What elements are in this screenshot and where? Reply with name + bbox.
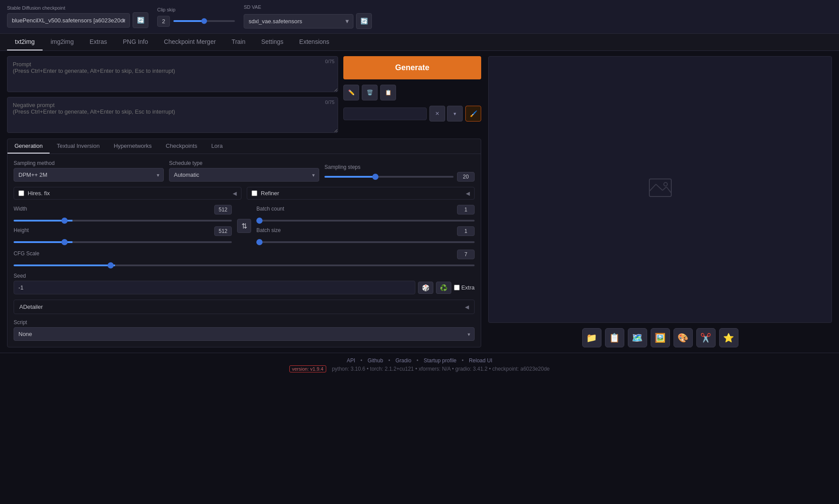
hires-fix-collapse[interactable]: ◀ [233, 190, 237, 197]
footer-reload-link[interactable]: Reload UI [469, 357, 492, 364]
batch-field: Batch count 1 Batch size 1 [256, 205, 475, 244]
batch-count-slider[interactable] [256, 220, 475, 222]
svg-line-4 [666, 187, 671, 193]
extra-label: Extra [461, 284, 475, 291]
footer-sep2: • [389, 357, 390, 364]
script-label: Script [14, 319, 475, 325]
style-clear-btn[interactable]: ✕ [429, 106, 445, 122]
trash-icon-btn[interactable]: 🗑️ [362, 85, 378, 100]
hires-fix-label: Hires. fix [28, 190, 50, 197]
seed-label: Seed [14, 273, 475, 279]
script-select[interactable]: None [14, 327, 475, 341]
tab-txt2img[interactable]: txt2img [7, 34, 43, 50]
style-input[interactable] [343, 107, 427, 120]
clip-skip-label: Clip skip [157, 7, 235, 12]
width-field: Width 512 Height 512 [14, 205, 232, 244]
tool-map-btn[interactable]: 🗺️ [628, 328, 647, 347]
clip-skip-row: 2 [157, 16, 235, 27]
refiner-collapse[interactable]: ◀ [466, 190, 470, 197]
gen-tab-checkpoints[interactable]: Checkpoints [159, 139, 205, 154]
checkpoint-label: Stable Diffusion checkpoint [7, 5, 148, 11]
extra-check[interactable] [454, 285, 460, 290]
paste-icon-btn[interactable]: 📋 [380, 85, 396, 100]
footer-gradio-link[interactable]: Gradio [396, 357, 411, 364]
sampling-method-select[interactable]: DPM++ 2M [14, 168, 164, 182]
prompt-input[interactable] [7, 56, 338, 92]
width-slider[interactable] [14, 220, 232, 222]
checkpoint-dropdown[interactable]: bluePencilXL_v500.safetensors [a6023e20d… [7, 13, 130, 28]
negative-prompt-input[interactable] [7, 97, 338, 133]
footer-system-info: python: 3.10.6 • torch: 2.1.2+cu121 • xf… [332, 366, 550, 372]
seed-input[interactable]: -1 [14, 281, 415, 294]
tab-train[interactable]: Train [224, 34, 253, 50]
gen-tabs-container: Generation Textual Inversion Hypernetwor… [7, 139, 481, 347]
style-dropdown-btn[interactable]: ▼ [447, 106, 463, 122]
tab-checkpoint-merger[interactable]: Checkpoint Merger [156, 34, 223, 50]
tool-palette-btn[interactable]: 🎨 [673, 328, 693, 347]
footer-github-link[interactable]: Github [367, 357, 383, 364]
footer-links: API • Github • Gradio • Startup profile … [7, 357, 832, 364]
seed-dice-btn[interactable]: 🎲 [418, 282, 433, 294]
extra-checkbox: Extra [454, 284, 475, 291]
edit-icon-btn[interactable]: ✏️ [343, 85, 359, 100]
schedule-type-select[interactable]: Automatic [169, 168, 319, 182]
seed-recycle-btn[interactable]: ♻️ [436, 282, 451, 294]
width-label: Width [14, 206, 27, 212]
swap-dimensions-btn[interactable]: ⇅ [237, 219, 251, 233]
vae-refresh-btn[interactable]: 🔄 [356, 13, 372, 29]
tool-folder-btn[interactable]: 📁 [582, 328, 601, 347]
cfg-scale-slider[interactable] [14, 265, 475, 266]
tab-img2img[interactable]: img2img [43, 34, 82, 50]
adetailer-collapse[interactable]: ◀ [465, 304, 469, 310]
svg-line-2 [656, 184, 663, 190]
sampling-method-label: Sampling method [14, 160, 164, 166]
script-field: Script None ▼ [14, 319, 475, 341]
tab-settings[interactable]: Settings [253, 34, 292, 50]
vae-dropdown[interactable]: sdxl_vae.safetensors [244, 14, 353, 29]
tool-image-btn[interactable]: 🖼️ [651, 328, 670, 347]
image-output-area [488, 56, 832, 323]
batch-count-label: Batch count [256, 206, 284, 212]
refiner-section: Refiner ◀ [247, 187, 475, 200]
style-brush-btn[interactable]: 🖌️ [465, 106, 481, 122]
generate-button[interactable]: Generate [343, 56, 481, 79]
batch-size-value: 1 [457, 226, 475, 236]
tool-scissors-btn[interactable]: ✂️ [696, 328, 716, 347]
sd-vae-label: SD VAE [244, 4, 372, 10]
hires-fix-checkbox[interactable] [18, 190, 24, 196]
checkpoint-refresh-btn[interactable]: 🔄 [133, 12, 148, 28]
sampling-method-field: Sampling method DPM++ 2M ▼ [14, 160, 164, 182]
gen-tab-hypernetworks[interactable]: Hypernetworks [107, 139, 159, 154]
image-tools-row: 📁 📋 🗺️ 🖼️ 🎨 ✂️ ⭐ [488, 328, 832, 347]
image-placeholder-icon [647, 175, 673, 205]
footer-startup-link[interactable]: Startup profile [424, 357, 457, 364]
batch-size-label: Batch size [256, 227, 281, 233]
sampling-steps-field: Sampling steps 20 [324, 164, 475, 182]
footer-version: version: v1.9.4 [289, 365, 326, 372]
sampling-steps-label: Sampling steps [324, 164, 475, 170]
batch-size-slider[interactable] [256, 241, 475, 243]
gen-tab-textual-inversion[interactable]: Textual Inversion [50, 139, 107, 154]
gen-tab-lora[interactable]: Lora [204, 139, 230, 154]
footer-api-link[interactable]: API [347, 357, 355, 364]
checkpoint-section: Stable Diffusion checkpoint bluePencilXL… [7, 5, 148, 28]
tool-copy-btn[interactable]: 📋 [605, 328, 624, 347]
style-select-row: ✕ ▼ 🖌️ [343, 106, 481, 122]
checkpoint-select: bluePencilXL_v500.safetensors [a6023e20d… [7, 12, 148, 28]
tab-extras[interactable]: Extras [82, 34, 115, 50]
tool-star-btn[interactable]: ⭐ [719, 328, 738, 347]
footer-info-row: version: v1.9.4 python: 3.10.6 • torch: … [7, 365, 832, 372]
tab-extensions[interactable]: Extensions [292, 34, 337, 50]
adetailer-row[interactable]: ADetailer ◀ [14, 300, 475, 314]
sampling-steps-slider[interactable] [324, 176, 454, 178]
footer-sep1: • [360, 357, 362, 364]
gen-tab-generation[interactable]: Generation [7, 139, 50, 154]
refiner-checkbox[interactable] [252, 190, 257, 196]
height-slider[interactable] [14, 241, 232, 243]
vae-row: sdxl_vae.safetensors ▼ 🔄 [244, 13, 372, 29]
svg-line-3 [663, 187, 666, 190]
footer-sep4: • [462, 357, 464, 364]
tab-pnginfo[interactable]: PNG Info [115, 34, 156, 50]
svg-line-1 [649, 184, 656, 191]
negative-prompt-counter: 0/75 [325, 100, 335, 105]
